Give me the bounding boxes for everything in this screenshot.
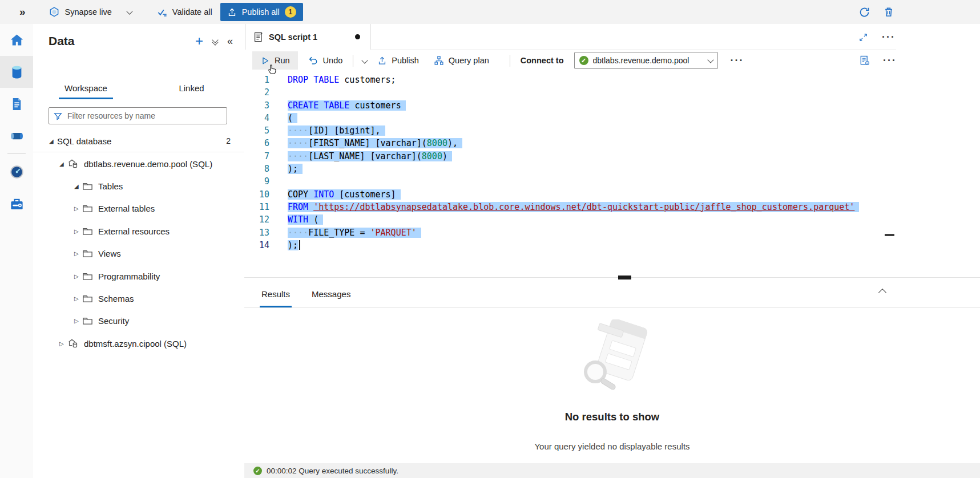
tree-item-label: External tables <box>98 204 155 213</box>
nav-integrate-button[interactable] <box>0 120 33 152</box>
code-line-4[interactable]: 4( <box>244 112 980 124</box>
code-line-1[interactable]: 1DROP TABLE customers; <box>244 74 980 86</box>
discard-trash-icon[interactable] <box>883 6 894 18</box>
pool-selector-dropdown[interactable]: ✓ dbtlabs.revenue.demo.pool <box>574 52 718 69</box>
toolbar-divider <box>510 55 510 67</box>
line-number: 11 <box>244 201 269 213</box>
tree-item-sql-database[interactable]: ◢SQL database2 <box>33 130 244 152</box>
pool-online-icon: ✓ <box>579 56 588 65</box>
properties-icon[interactable] <box>859 55 870 66</box>
line-number: 10 <box>244 188 269 201</box>
more-run-options-icon[interactable] <box>362 57 368 63</box>
mode-selector[interactable]: Synapse live <box>49 6 132 18</box>
collapse-panel-icon[interactable]: « <box>227 35 233 47</box>
code-editor[interactable]: 1DROP TABLE customers;23CREATE TABLE cus… <box>244 71 980 277</box>
tree-item-views[interactable]: ▷Views <box>33 242 244 265</box>
undo-button[interactable]: Undo <box>303 51 349 70</box>
collapsed-triangle-icon[interactable]: ▷ <box>59 341 67 347</box>
collapsed-triangle-icon[interactable]: ▷ <box>74 295 82 302</box>
publish-button[interactable]: Publish <box>372 51 425 70</box>
tree-item-count: 2 <box>226 136 231 145</box>
line-number: 8 <box>244 163 269 175</box>
line-number: 3 <box>244 99 269 112</box>
top-bar: » Synapse live Validate all Publish all … <box>0 0 980 25</box>
tree-item-label: Schemas <box>98 294 134 303</box>
nav-monitor-button[interactable] <box>0 156 33 188</box>
collapsed-triangle-icon[interactable]: ▷ <box>74 250 82 257</box>
collapsed-triangle-icon[interactable]: ▷ <box>74 228 82 234</box>
code-line-10[interactable]: 10COPY INTO [customers] <box>244 188 980 201</box>
sqlpool-icon <box>67 158 79 169</box>
results-tab-row: Results Messages <box>244 279 980 308</box>
tab-linked[interactable]: Linked <box>139 80 244 100</box>
line-number: 7 <box>244 150 269 163</box>
editor-more-actions-icon[interactable]: ··· <box>883 58 897 63</box>
tab-more-actions-icon[interactable]: ··· <box>882 34 896 40</box>
collapse-all-icon[interactable] <box>213 38 217 44</box>
line-number: 9 <box>244 175 269 188</box>
folder-icon <box>82 181 93 192</box>
tree-item-security[interactable]: ▷Security <box>33 310 244 332</box>
document-tab-row: SQL script 1 ··· <box>244 24 980 50</box>
code-line-2[interactable]: 2 <box>244 86 980 99</box>
tab-sql-script-1[interactable]: SQL script 1 <box>245 24 371 50</box>
mouse-cursor <box>266 62 279 75</box>
publish-all-button[interactable]: Publish all 1 <box>220 3 303 21</box>
add-resource-icon[interactable]: + <box>195 35 203 47</box>
upload-icon <box>227 7 237 17</box>
query-plan-label: Query plan <box>449 56 489 65</box>
tab-workspace[interactable]: Workspace <box>33 80 139 100</box>
tab-messages[interactable]: Messages <box>310 289 352 307</box>
code-line-7[interactable]: 7····[LAST_NAME] [varchar](8000) <box>244 150 980 163</box>
expand-nav-icon[interactable]: » <box>19 6 26 18</box>
filter-funnel-icon <box>54 112 62 120</box>
refresh-icon[interactable] <box>858 6 870 18</box>
query-plan-button[interactable]: Query plan <box>428 51 495 70</box>
empty-results-subtitle: Your query yielded no displayable result… <box>244 441 980 451</box>
sql-script-icon <box>253 31 263 43</box>
code-line-11[interactable]: 11FROM 'https://dbtlabsynapsedatalake.bl… <box>244 201 980 213</box>
nav-develop-button[interactable] <box>0 88 33 120</box>
empty-results-title: No results to show <box>244 411 980 423</box>
folder-icon <box>82 315 93 326</box>
expanded-triangle-icon[interactable]: ◢ <box>74 183 82 189</box>
nav-manage-button[interactable] <box>0 188 33 220</box>
code-line-5[interactable]: 5····[ID] [bigint], <box>244 124 980 137</box>
tab-results[interactable]: Results <box>260 289 292 307</box>
code-line-13[interactable]: 13····FILE_TYPE = 'PARQUET' <box>244 226 980 239</box>
success-check-icon: ✓ <box>253 467 262 475</box>
code-line-6[interactable]: 6····[FIRST_NAME] [varchar](8000), <box>244 137 980 149</box>
code-line-9[interactable]: 9 <box>244 175 980 188</box>
filter-box <box>49 107 227 124</box>
toolbar-more-icon[interactable]: ··· <box>731 58 744 63</box>
line-number: 6 <box>244 137 269 149</box>
expanded-triangle-icon[interactable]: ◢ <box>59 161 67 167</box>
empty-results-state: No results to show Your query yielded no… <box>244 309 980 451</box>
nav-data-button[interactable] <box>0 56 33 88</box>
tree-item-dbtlabs-revenue-demo-pool-sql[interactable]: ◢dbtlabs.revenue.demo.pool (SQL) <box>33 152 244 175</box>
line-number: 1 <box>244 74 269 86</box>
collapsed-triangle-icon[interactable]: ▷ <box>74 205 82 212</box>
expanded-triangle-icon[interactable]: ◢ <box>49 138 57 144</box>
collapsed-triangle-icon[interactable]: ▷ <box>74 273 82 279</box>
expand-editor-icon[interactable] <box>858 33 868 42</box>
validate-all-button[interactable]: Validate all <box>157 7 212 18</box>
code-line-3[interactable]: 3CREATE TABLE customers <box>244 99 980 112</box>
tree-item-schemas[interactable]: ▷Schemas <box>33 287 244 310</box>
nav-home-button[interactable] <box>0 24 33 56</box>
tree-item-external-tables[interactable]: ▷External tables <box>33 197 244 220</box>
nav-rail <box>0 24 34 478</box>
tree-item-programmability[interactable]: ▷Programmability <box>33 265 244 287</box>
code-line-12[interactable]: 12WITH ( <box>244 213 980 226</box>
tree-item-tables[interactable]: ◢Tables <box>33 175 244 197</box>
code-line-14[interactable]: 14); <box>244 239 980 252</box>
code-line-8[interactable]: 8); <box>244 163 980 175</box>
tree-item-label: SQL database <box>57 136 111 146</box>
tree-item-external-resources[interactable]: ▷External resources <box>33 220 244 242</box>
filter-resources-input[interactable] <box>66 111 222 121</box>
tree-item-dbtmsft-azsyn-cipool-sql[interactable]: ▷dbtmsft.azsyn.cipool (SQL) <box>33 333 244 355</box>
collapse-results-icon[interactable] <box>880 287 885 298</box>
validate-all-label: Validate all <box>172 7 212 17</box>
tree-item-label: Views <box>98 249 121 258</box>
collapsed-triangle-icon[interactable]: ▷ <box>74 318 82 324</box>
